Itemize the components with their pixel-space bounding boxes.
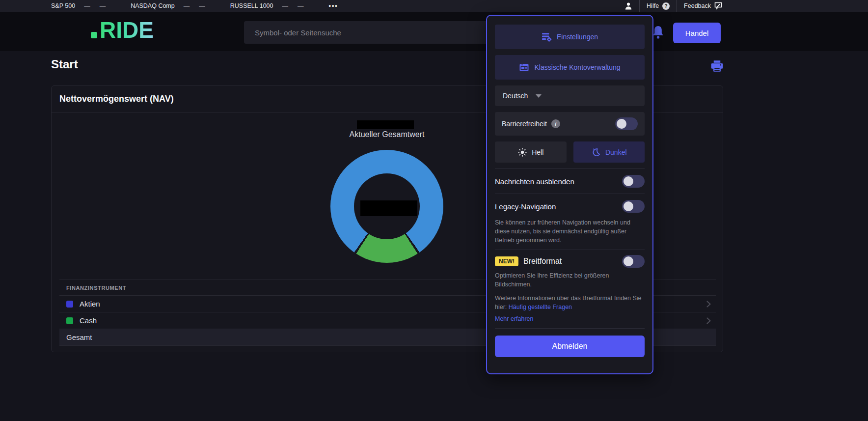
wide-format-row: NEW! Breitformat xyxy=(495,250,645,272)
legacy-nav-toggle[interactable] xyxy=(622,200,645,213)
theme-dark-button[interactable]: Dunkel xyxy=(573,141,645,163)
user-account-icon[interactable] xyxy=(624,2,632,10)
account-window-icon xyxy=(519,62,529,73)
wide-format-label: Breitformat xyxy=(523,257,562,266)
column-header: FINANZINSTRUMENT xyxy=(66,285,126,291)
logo-dot xyxy=(91,32,97,38)
cash-color-swatch xyxy=(66,317,73,324)
index-value: — xyxy=(184,2,190,9)
theme-light-button[interactable]: Hell xyxy=(495,141,567,163)
legacy-nav-label: Legacy-Navigation xyxy=(495,202,556,211)
legacy-nav-description: Sie können zur früheren Navigation wechs… xyxy=(495,219,645,245)
feedback-label: Feedback xyxy=(684,2,711,9)
settings-button[interactable]: Einstellungen xyxy=(495,25,645,49)
accessibility-toggle[interactable] xyxy=(615,117,638,130)
classic-account-button[interactable]: Klassische Kontoverwaltung xyxy=(495,55,645,80)
help-link[interactable]: Hilfe ? xyxy=(647,2,670,10)
accessibility-label: Barrierefreiheit xyxy=(502,120,547,128)
logo-text: RIDE xyxy=(100,20,154,41)
index-name: RUSSELL 1000 xyxy=(230,2,273,9)
new-badge: NEW! xyxy=(495,256,518,266)
learn-more-link[interactable]: Mehr erfahren xyxy=(495,315,645,322)
wide-format-info: Weitere Informationen über das Breitform… xyxy=(495,294,645,312)
ticker-more-button[interactable]: ••• xyxy=(329,2,338,9)
index-change: — xyxy=(199,2,206,9)
help-label: Hilfe xyxy=(647,2,659,9)
legacy-nav-row: Legacy-Navigation xyxy=(495,194,645,219)
divider xyxy=(677,0,677,12)
ticker-index-nasdaq[interactable]: NASDAQ Comp — — xyxy=(131,2,206,9)
chevron-right-icon xyxy=(706,317,711,324)
faq-link[interactable]: Häufig gestellte Fragen xyxy=(509,304,572,310)
feedback-link[interactable]: Feedback xyxy=(684,2,723,10)
index-name: S&P 500 xyxy=(51,2,75,9)
chevron-right-icon xyxy=(706,301,711,308)
theme-switcher: Hell Dunkel xyxy=(495,141,645,163)
ticker-index-sp500[interactable]: S&P 500 — — xyxy=(51,2,106,9)
hide-news-label: Nachrichten ausblenden xyxy=(495,177,574,186)
market-ticker-bar: S&P 500 — — NASDAQ Comp — — RUSSELL 1000… xyxy=(0,0,868,12)
redacted-total-value xyxy=(357,120,414,129)
search-input[interactable] xyxy=(244,21,488,44)
divider xyxy=(639,0,640,12)
settings-popover: Einstellungen Klassische Kontoverwaltung… xyxy=(486,15,653,374)
settings-gear-list-icon xyxy=(542,32,552,42)
language-selected-value: Deutsch xyxy=(503,92,528,100)
index-change: — xyxy=(100,2,107,9)
index-value: — xyxy=(282,2,289,9)
language-select[interactable]: Deutsch xyxy=(495,85,645,106)
ticker-index-russell[interactable]: RUSSELL 1000 — — xyxy=(230,2,304,9)
app-header: RIDE Handel xyxy=(0,12,868,51)
index-name: NASDAQ Comp xyxy=(131,2,175,9)
hide-news-row: Nachrichten ausblenden xyxy=(495,169,645,194)
accessibility-row: Barrierefreiheit i xyxy=(495,112,645,136)
logout-button[interactable]: Abmelden xyxy=(495,336,645,357)
index-change: — xyxy=(298,2,304,9)
index-value: — xyxy=(84,2,91,9)
chevron-down-icon xyxy=(536,94,542,98)
sun-icon xyxy=(517,147,527,157)
chart-center-caption: Aktueller Gesamtwert xyxy=(313,130,461,139)
info-icon[interactable]: i xyxy=(551,119,560,128)
aktien-color-swatch xyxy=(66,301,73,308)
print-icon[interactable] xyxy=(710,59,724,73)
redacted-donut-value xyxy=(360,200,417,216)
trade-button[interactable]: Handel xyxy=(673,23,721,43)
notifications-bell-icon[interactable] xyxy=(652,25,664,40)
wide-format-toggle[interactable] xyxy=(622,255,645,268)
theme-light-label: Hell xyxy=(532,148,543,156)
classic-account-button-label: Klassische Kontoverwaltung xyxy=(534,63,620,71)
moon-icon xyxy=(591,147,601,157)
row-label: Cash xyxy=(80,316,97,325)
ride-logo[interactable]: RIDE xyxy=(91,20,154,41)
theme-dark-label: Dunkel xyxy=(605,148,627,156)
row-label: Aktien xyxy=(80,300,100,308)
wide-format-description: Optimieren Sie Ihre Effizienz bei größer… xyxy=(495,272,645,289)
question-icon: ? xyxy=(662,2,670,10)
hide-news-toggle[interactable] xyxy=(622,175,645,188)
page-title: Start xyxy=(51,57,78,71)
settings-button-label: Einstellungen xyxy=(557,33,598,41)
divider xyxy=(495,328,645,329)
feedback-bubble-icon xyxy=(714,2,723,10)
